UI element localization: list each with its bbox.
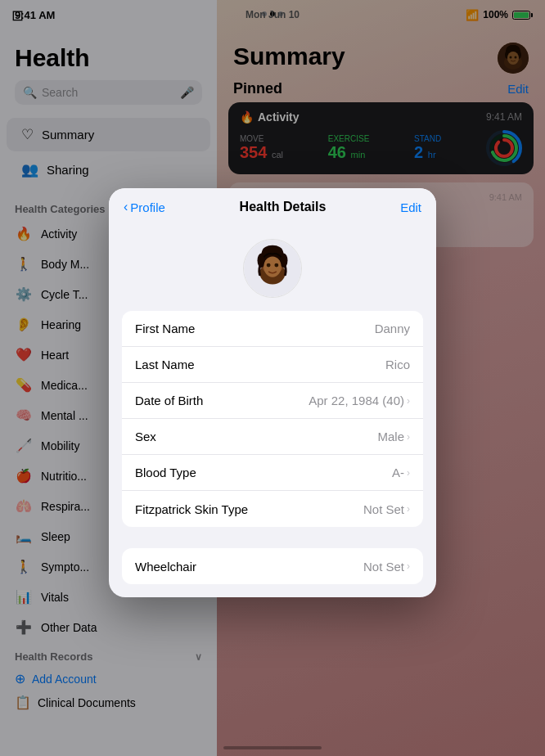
back-to-profile-button[interactable]: ‹ Profile <box>124 200 165 214</box>
skin-type-label: Fitzpatrick Skin Type <box>135 502 248 516</box>
home-bar <box>223 746 322 749</box>
modal-form-section2: Wheelchair Not Set › <box>122 548 423 584</box>
blood-type-chevron-icon: › <box>407 467 410 479</box>
first-name-value: Danny <box>375 322 410 335</box>
dob-label: Date of Birth <box>135 394 203 407</box>
blood-type-row[interactable]: Blood Type A- › <box>122 455 423 491</box>
blood-type-value: A- › <box>392 466 410 479</box>
modal-nav: ‹ Profile Health Details Edit <box>109 188 436 223</box>
skin-type-value: Not Set › <box>363 502 410 516</box>
dob-row[interactable]: Date of Birth Apr 22, 1984 (40) › <box>122 383 423 419</box>
wheelchair-value: Not Set › <box>363 560 410 574</box>
health-details-modal: ‹ Profile Health Details Edit <box>109 188 436 597</box>
sex-chevron-icon: › <box>407 431 410 443</box>
dob-chevron-icon: › <box>407 395 410 407</box>
svg-point-26 <box>267 263 271 268</box>
svg-point-25 <box>263 256 281 277</box>
modal-form-section1: First Name Danny Last Name Rico Date of … <box>122 311 423 527</box>
sex-label: Sex <box>135 430 156 443</box>
form-gap <box>109 540 436 548</box>
sex-row[interactable]: Sex Male › <box>122 419 423 455</box>
back-chevron-icon: ‹ <box>124 200 128 214</box>
last-name-row[interactable]: Last Name Rico <box>122 347 423 383</box>
skin-type-row[interactable]: Fitzpatrick Skin Type Not Set › <box>122 491 423 527</box>
profile-avatar[interactable] <box>243 239 302 298</box>
modal-avatar-section <box>109 223 436 311</box>
wheelchair-label: Wheelchair <box>135 560 196 574</box>
modal-edit-button[interactable]: Edit <box>400 200 421 214</box>
last-name-label: Last Name <box>135 358 195 371</box>
first-name-row[interactable]: First Name Danny <box>122 311 423 347</box>
wheelchair-chevron-icon: › <box>407 560 410 572</box>
blood-type-label: Blood Type <box>135 466 196 479</box>
wheelchair-row[interactable]: Wheelchair Not Set › <box>122 548 423 584</box>
svg-point-27 <box>274 263 278 268</box>
sex-value: Male › <box>377 430 410 443</box>
first-name-label: First Name <box>135 322 195 335</box>
dob-value: Apr 22, 1984 (40) › <box>309 394 410 407</box>
skin-type-chevron-icon: › <box>407 503 410 515</box>
modal-overlay[interactable]: ‹ Profile Health Details Edit <box>0 0 545 756</box>
last-name-value: Rico <box>385 358 410 371</box>
modal-title: Health Details <box>240 200 327 214</box>
